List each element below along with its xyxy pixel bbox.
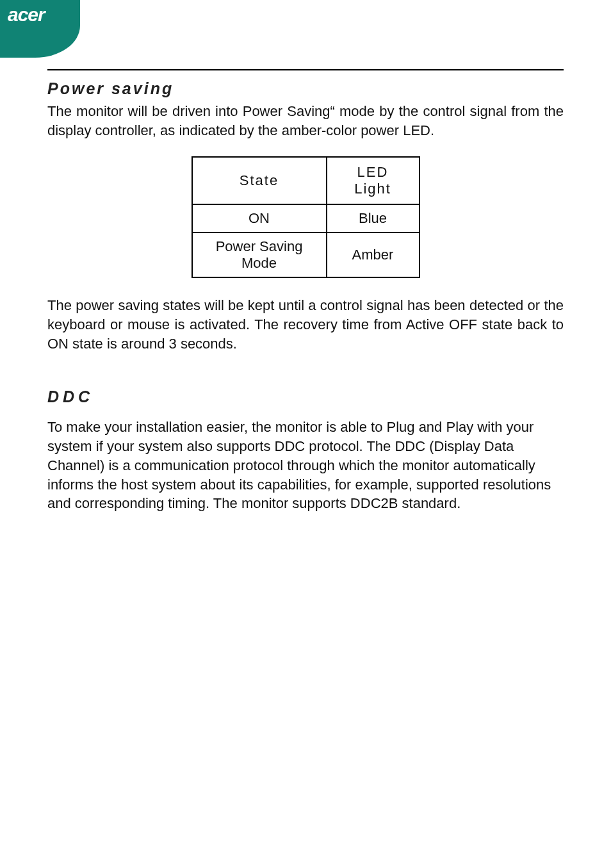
table-header-led-line1: LED <box>357 164 389 180</box>
brand-header-tab: acer <box>0 0 80 58</box>
table-header-led: LED Light <box>327 157 420 204</box>
led-state-table: State LED Light ON Blue Power Saving Mod… <box>191 156 420 278</box>
section-ddc-title: DDC <box>47 388 564 406</box>
table-cell-state-1-line2: Mode <box>241 255 277 271</box>
table-cell-state-1: Power Saving Mode <box>192 233 327 277</box>
brand-logo: acer <box>8 4 45 26</box>
section-ddc-p1: To make your installation easier, the mo… <box>47 418 564 512</box>
table-row: ON Blue <box>192 204 420 233</box>
table-cell-led-1: Amber <box>327 233 420 277</box>
section-power-saving-title: Power saving <box>47 79 564 98</box>
table-cell-state-0: ON <box>192 204 327 233</box>
page-content: Power saving The monitor will be driven … <box>47 69 564 513</box>
table-header-led-line2: Light <box>354 181 391 197</box>
table-header-row: State LED Light <box>192 157 420 204</box>
section-power-saving-p1: The monitor will be driven into Power Sa… <box>47 102 564 140</box>
section-power-saving-p2: The power saving states will be kept unt… <box>47 296 564 353</box>
table-cell-state-1-line1: Power Saving <box>216 238 303 254</box>
table-row: Power Saving Mode Amber <box>192 233 420 277</box>
divider <box>47 69 564 70</box>
table-header-state: State <box>192 157 327 204</box>
table-cell-led-0: Blue <box>327 204 420 233</box>
